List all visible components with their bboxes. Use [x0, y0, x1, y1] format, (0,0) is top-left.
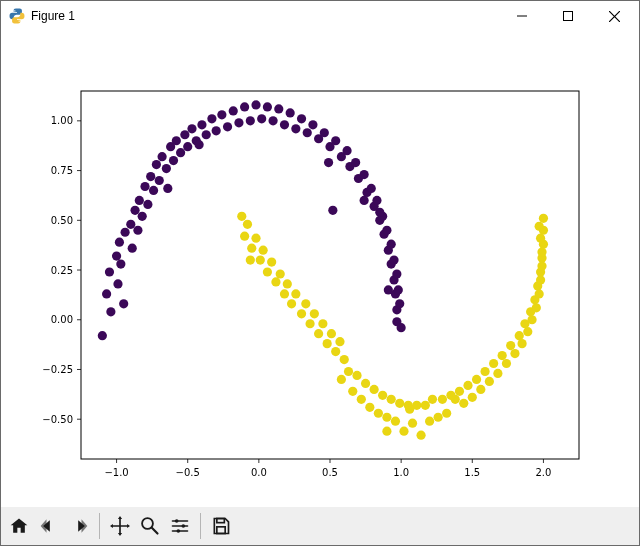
svg-point-195	[535, 289, 544, 298]
svg-point-84	[320, 128, 329, 137]
svg-point-102	[387, 240, 396, 249]
svg-point-164	[421, 401, 430, 410]
svg-point-183	[502, 359, 511, 368]
svg-point-206	[337, 375, 346, 384]
minimize-button[interactable]	[499, 1, 545, 31]
save-icon[interactable]	[207, 510, 235, 542]
svg-point-152	[370, 385, 379, 394]
svg-point-106	[392, 269, 401, 278]
svg-text:0.5: 0.5	[322, 467, 338, 478]
svg-point-33	[106, 307, 115, 316]
svg-point-41	[128, 244, 137, 253]
zoom-icon[interactable]	[136, 510, 164, 542]
svg-point-113	[328, 206, 337, 215]
svg-point-208	[405, 405, 414, 414]
svg-point-161	[408, 419, 417, 428]
back-icon[interactable]	[35, 510, 63, 542]
svg-point-80	[297, 114, 306, 123]
svg-text:−1.0: −1.0	[104, 467, 128, 478]
svg-point-133	[287, 299, 296, 308]
svg-point-52	[158, 152, 167, 161]
svg-point-175	[468, 393, 477, 402]
svg-point-48	[146, 172, 155, 181]
svg-point-132	[283, 279, 292, 288]
svg-point-124	[251, 234, 260, 243]
svg-point-139	[314, 329, 323, 338]
svg-point-176	[472, 375, 481, 384]
svg-point-125	[256, 255, 265, 264]
svg-point-197	[536, 275, 545, 284]
svg-point-180	[489, 359, 498, 368]
svg-point-66	[217, 110, 226, 119]
svg-point-56	[172, 136, 181, 145]
svg-point-58	[180, 130, 189, 139]
svg-rect-214	[217, 519, 225, 523]
svg-point-68	[229, 106, 238, 115]
svg-point-134	[291, 289, 300, 298]
svg-point-32	[105, 267, 114, 276]
toolbar-separator	[99, 513, 100, 539]
svg-point-151	[365, 403, 374, 412]
titlebar: Figure 1	[1, 1, 639, 31]
svg-text:1.00: 1.00	[51, 115, 73, 126]
svg-point-37	[116, 259, 125, 268]
svg-point-73	[257, 114, 266, 123]
svg-point-211	[175, 519, 179, 523]
svg-point-165	[425, 417, 434, 426]
maximize-button[interactable]	[545, 1, 591, 31]
svg-point-156	[387, 395, 396, 404]
svg-point-49	[149, 186, 158, 195]
svg-point-186	[515, 331, 524, 340]
svg-point-34	[112, 252, 121, 261]
svg-point-172	[455, 387, 464, 396]
svg-point-94	[367, 184, 376, 193]
svg-text:−0.25: −0.25	[42, 364, 73, 375]
svg-point-44	[135, 196, 144, 205]
svg-point-86	[331, 136, 340, 145]
svg-point-147	[348, 387, 357, 396]
plot-canvas[interactable]: −1.0−0.50.00.51.01.52.0−0.50−0.250.000.2…	[1, 31, 639, 507]
svg-point-127	[263, 267, 272, 276]
forward-icon[interactable]	[65, 510, 93, 542]
nav-toolbar	[1, 507, 639, 545]
svg-point-159	[399, 427, 408, 436]
svg-point-78	[286, 108, 295, 117]
svg-point-59	[183, 142, 192, 151]
svg-point-108	[394, 285, 403, 294]
svg-point-70	[240, 102, 249, 111]
svg-point-170	[446, 391, 455, 400]
close-button[interactable]	[591, 1, 637, 31]
svg-point-209	[246, 255, 255, 264]
svg-point-88	[342, 146, 351, 155]
svg-point-205	[535, 222, 544, 231]
svg-text:0.50: 0.50	[51, 215, 73, 226]
svg-point-168	[438, 395, 447, 404]
svg-point-43	[133, 226, 142, 235]
svg-point-178	[480, 367, 489, 376]
svg-point-64	[207, 114, 216, 123]
svg-point-40	[126, 220, 135, 229]
svg-point-154	[378, 391, 387, 400]
svg-point-137	[305, 319, 314, 328]
pan-icon[interactable]	[106, 510, 134, 542]
svg-point-114	[375, 208, 384, 217]
svg-text:0.25: 0.25	[51, 265, 73, 276]
configure-subplots-icon[interactable]	[166, 510, 194, 542]
svg-point-167	[434, 413, 443, 422]
svg-point-104	[389, 255, 398, 264]
svg-point-184	[506, 341, 515, 350]
svg-point-177	[476, 385, 485, 394]
svg-point-110	[395, 299, 404, 308]
svg-point-62	[197, 120, 206, 129]
svg-text:0.75: 0.75	[51, 165, 73, 176]
home-icon[interactable]	[5, 510, 33, 542]
svg-point-119	[324, 158, 333, 167]
svg-point-74	[263, 102, 272, 111]
svg-point-112	[397, 323, 406, 332]
svg-point-35	[113, 279, 122, 288]
svg-point-69	[234, 118, 243, 127]
svg-point-57	[176, 148, 185, 157]
svg-point-199	[537, 261, 546, 270]
svg-point-131	[280, 289, 289, 298]
toolbar-separator	[200, 513, 201, 539]
